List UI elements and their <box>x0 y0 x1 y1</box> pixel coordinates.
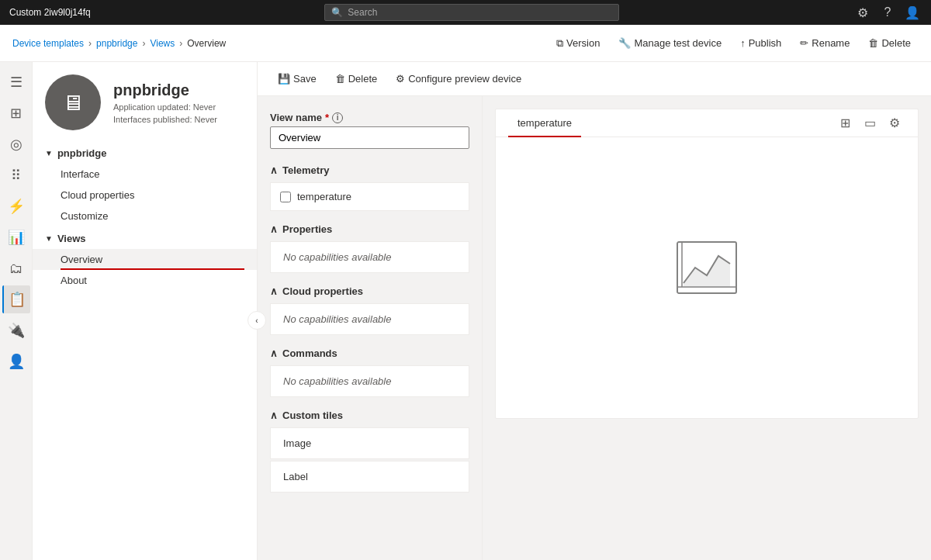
tile-label[interactable]: Label <box>270 461 469 493</box>
meta-updated: Application updated: Never <box>113 102 217 112</box>
save-button[interactable]: 💾 Save <box>270 70 324 88</box>
required-indicator: * <box>325 112 329 123</box>
rules-icon[interactable]: ◎ <box>2 130 30 158</box>
analytics-icon[interactable]: 📊 <box>2 223 30 251</box>
manage-test-device-button[interactable]: 🔧 Manage test device <box>611 34 729 52</box>
version-button[interactable]: ⧉ Version <box>549 34 607 53</box>
chevron-down-icon: ▼ <box>45 234 53 243</box>
help-icon[interactable]: ? <box>878 3 897 22</box>
templates-icon[interactable]: 📋 <box>2 285 30 313</box>
publish-icon: ↑ <box>740 37 746 49</box>
preview-card: temperature ⊞ ▭ ⚙ <box>495 109 919 419</box>
breadcrumb: Device templates › pnpbridge › Views › O… <box>12 38 545 49</box>
telemetry-header[interactable]: ∧ Telemetry <box>270 164 469 176</box>
properties-header[interactable]: ∧ Properties <box>270 223 469 235</box>
topbar: Custom 2iw9l0j14fq 🔍 Search ⚙ ? 👤 <box>0 0 931 25</box>
configure-icon: ⚙ <box>396 73 405 85</box>
actionbar: Device templates › pnpbridge › Views › O… <box>0 25 931 62</box>
devices-icon[interactable]: ⚡ <box>2 192 30 220</box>
hamburger-icon[interactable]: ☰ <box>2 68 30 96</box>
search-placeholder: Search <box>348 7 377 18</box>
preview-panel: temperature ⊞ ▭ ⚙ <box>483 96 931 560</box>
sidebar-item-customize[interactable]: Customize <box>33 206 257 226</box>
sidebar-tree: ▼ pnpbridge Interface Cloud properties C… <box>33 143 257 560</box>
save-icon: 💾 <box>278 73 290 85</box>
delete-icon: 🗑 <box>868 37 878 49</box>
temperature-label: temperature <box>297 191 351 202</box>
breadcrumb-device-templates[interactable]: Device templates <box>12 38 84 49</box>
tree-root-item[interactable]: ▼ pnpbridge <box>33 143 257 164</box>
properties-content: No capabilities available <box>270 241 469 273</box>
breadcrumb-sep2: › <box>142 38 145 49</box>
tree-group-root: ▼ pnpbridge Interface Cloud properties C… <box>33 143 257 226</box>
tile-image[interactable]: Image <box>270 427 469 459</box>
view-name-input[interactable] <box>270 126 469 149</box>
publish-button[interactable]: ↑ Publish <box>732 34 789 52</box>
dashboard-icon[interactable]: ⊞ <box>2 99 30 127</box>
rename-icon: ✏ <box>800 37 808 49</box>
explorer-icon[interactable]: 🗂 <box>2 254 30 282</box>
view-name-label: View name * i <box>270 112 469 123</box>
configure-preview-button[interactable]: ⚙ Configure preview device <box>388 70 529 88</box>
chevron-down-icon: ▼ <box>45 149 53 157</box>
split-view-icon[interactable]: ▭ <box>859 112 881 134</box>
main-layout: ☰ ⊞ ◎ ⠿ ⚡ 📊 🗂 📋 🔌 👤 🖥 pnpbridge Applicat… <box>0 62 931 560</box>
device-icon: 🖥 <box>62 90 84 116</box>
commands-header[interactable]: ∧ Commands <box>270 347 469 359</box>
users-icon[interactable]: 👤 <box>2 347 30 375</box>
temperature-item: temperature <box>270 182 469 211</box>
preview-tab-temperature[interactable]: temperature <box>508 109 581 137</box>
wrench-icon: 🔧 <box>618 37 631 49</box>
sidebar-collapse-button[interactable]: ‹ <box>247 311 266 330</box>
breadcrumb-sep3: › <box>179 38 182 49</box>
breadcrumb-views[interactable]: Views <box>150 38 175 49</box>
settings-icon[interactable]: ⚙ <box>884 112 905 134</box>
device-name: pnpbridge <box>113 81 217 99</box>
properties-section: ∧ Properties No capabilities available <box>270 223 469 273</box>
rename-button[interactable]: ✏ Rename <box>792 34 857 52</box>
preview-tab-icons: ⊞ ▭ ⚙ <box>834 112 905 134</box>
sidebar-item-interface[interactable]: Interface <box>33 164 257 185</box>
temperature-checkbox[interactable] <box>280 192 291 202</box>
tree-views-header[interactable]: ▼ Views <box>33 228 257 249</box>
chevron-up-icon: ∧ <box>270 164 278 176</box>
settings-icon[interactable]: ⚙ <box>853 3 872 22</box>
form-panel: View name * i ∧ Telemetry temperature <box>258 96 483 560</box>
search-bar[interactable]: 🔍 Search <box>324 4 619 21</box>
cloud-properties-empty: No capabilities available <box>271 304 469 334</box>
topbar-icons: ⚙ ? 👤 <box>853 3 922 22</box>
custom-tiles-section: ∧ Custom tiles Image Label <box>270 410 469 493</box>
commands-empty: No capabilities available <box>271 366 469 396</box>
cloud-properties-header[interactable]: ∧ Cloud properties <box>270 285 469 297</box>
action-buttons: ⧉ Version 🔧 Manage test device ↑ Publish… <box>549 34 919 53</box>
delete-button[interactable]: 🗑 Delete <box>860 34 919 52</box>
inner-toolbar: 💾 Save 🗑 Delete ⚙ Configure preview devi… <box>258 62 931 96</box>
breadcrumb-sep1: › <box>88 38 92 49</box>
chevron-up-icon: ∧ <box>270 347 278 359</box>
sidebar-item-about[interactable]: About <box>33 270 257 291</box>
info-icon[interactable]: i <box>332 112 343 123</box>
sidebar-item-overview[interactable]: Overview <box>33 249 257 270</box>
preview-body <box>496 137 918 409</box>
commands-section: ∧ Commands No capabilities available <box>270 347 469 397</box>
chevron-up-icon: ∧ <box>270 223 278 235</box>
chart-placeholder-icon <box>676 240 738 306</box>
delete-icon: 🗑 <box>335 73 345 85</box>
preview-tabs: temperature ⊞ ▭ ⚙ <box>496 109 918 137</box>
sidebar-header: 🖥 pnpbridge Application updated: Never I… <box>33 62 257 143</box>
chevron-up-icon: ∧ <box>270 410 278 421</box>
svg-marker-1 <box>684 256 730 287</box>
inner-delete-button[interactable]: 🗑 Delete <box>327 70 386 88</box>
cloud-properties-section: ∧ Cloud properties No capabilities avail… <box>270 285 469 335</box>
user-icon[interactable]: 👤 <box>903 3 922 22</box>
custom-tiles-header[interactable]: ∧ Custom tiles <box>270 410 469 421</box>
sidebar-item-cloud-properties[interactable]: Cloud properties <box>33 185 257 206</box>
apps-icon[interactable]: ⠿ <box>2 161 30 189</box>
view-name-field: View name * i <box>270 112 469 149</box>
breadcrumb-pnpbridge[interactable]: pnpbridge <box>96 38 137 49</box>
app-title: Custom 2iw9l0j14fq <box>9 7 91 18</box>
chevron-up-icon: ∧ <box>270 285 278 297</box>
tree-group-views: ▼ Views Overview About <box>33 228 257 291</box>
extensions-icon[interactable]: 🔌 <box>2 316 30 344</box>
grid-view-icon[interactable]: ⊞ <box>834 112 856 134</box>
